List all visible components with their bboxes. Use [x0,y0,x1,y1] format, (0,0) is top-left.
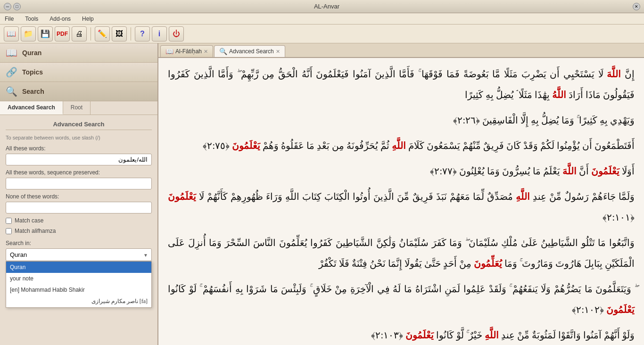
content-wrapper: إِنَّ اللَّهَ لَا يَسْتَحْيِي أَن يَضْرِ… [158,58,644,345]
none-input[interactable] [6,202,152,214]
all-words-label: All these words: [6,145,152,152]
verse-6: وَلَوْ أَنَّهُمْ آمَنُوا وَاتَّقَوْا لَم… [168,325,635,345]
yalamoon-4: يُعَلِّمُونَ [474,258,502,269]
menubar: File Tools Add-ons Help [0,13,644,25]
nav-topics[interactable]: 🔗 Topics [0,63,157,82]
verse-1b: وَيَهْدِي بِهِ كَثِيرًا ۚ وَمَا يُضِلُّ … [168,110,635,131]
search-in-dropdown-wrapper: Quran your note [en] Mohammad Habib Shak… [6,248,152,261]
sub-tabs: Advanced Search Root [0,101,157,115]
match-alifhamza-label: Match alifhamza [15,228,56,234]
image-button[interactable]: 🖼 [112,26,127,41]
verse-1: إِنَّ اللَّهَ لَا يَسْتَحْيِي أَن يَضْرِ… [168,64,635,105]
allah-highlight-3: اللَّهِ [392,140,406,151]
tab-advanced-search[interactable]: Advanced Search [0,101,63,115]
search-hint: To separate between words, use slash (/) [6,135,152,140]
maximize-button[interactable]: □ [13,3,21,10]
right-tabs: 📖 Al-Fātiḥah ✕ 🔍 Advanced Search ✕ [158,43,644,58]
power-button[interactable]: ⏻ [169,26,184,41]
allah-highlight-2: اللَّهُ [552,90,566,100]
pdf-button[interactable]: PDF [55,26,70,41]
search-in-select[interactable]: Quran your note [en] Mohammad Habib Shak… [6,248,152,261]
allah-highlight-1: اللَّهَ [607,69,621,79]
allah-highlight-5: اللَّهِ [516,191,530,202]
option-fa-nasir[interactable]: [fa] ناصر مکارم شیرازی [6,296,151,307]
topics-icon: 🔗 [6,66,17,78]
menu-tools[interactable]: Tools [22,15,41,23]
search-panel: Advanced Search To separate between word… [0,115,157,345]
allah-highlight-6: اللَّهِ [485,330,499,340]
pen-button[interactable]: ✏️ [95,26,110,41]
nav-search[interactable]: 🔍 Search [0,82,157,101]
yalamoon-5: يَعْلَمُونَ [606,304,635,315]
tab-advanced-search-label: Advanced Search [229,48,274,55]
search-in-popup: Quran your note [en] Mohammad Habib Shak… [6,261,152,308]
app-title: AL-Anvar [21,3,633,10]
info-button[interactable]: i [152,26,167,41]
verse-5b: ۖ وَيَتَعَلَّمُونَ مَا يَضُرُّهُمْ وَلَا… [168,279,635,320]
nav-search-label: Search [22,88,44,95]
yalamoon-1: يَعْلَمُونَ [232,140,260,151]
nav-quran-label: Quran [22,49,41,57]
match-case-label: Match case [15,217,43,224]
tab-fatiha-icon: 📖 [165,48,173,55]
quran-icon: 📖 [6,47,17,58]
yalamoon-6: يَعْلَمُونَ [405,330,434,340]
help-button[interactable]: ? [135,26,150,41]
match-alifhamza-row: Match alifhamza [6,228,152,234]
search-in-label: Search in: [6,240,152,246]
option-en-shakir[interactable]: [en] Mohammad Habib Shakir [6,284,151,296]
tab-advanced-search-right[interactable]: 🔍 Advanced Search ✕ [214,45,285,57]
tab-advanced-search-close[interactable]: ✕ [276,49,280,55]
search-nav-icon: 🔍 [6,86,17,97]
match-case-row: Match case [6,217,152,224]
save-button[interactable]: 💾 [38,26,53,41]
toolbar: 📖 📁 💾 PDF 🖨 ✏️ 🖼 ? i ⏻ [0,25,644,43]
sequence-input[interactable] [6,178,152,189]
verse-4: وَلَمَّا جَاءَهُمْ رَسُولٌ مِّنْ عِندِ ا… [168,186,635,228]
right-panel: 📖 Al-Fātiḥah ✕ 🔍 Advanced Search ✕ إِنَّ… [158,43,644,345]
close-button[interactable]: ✕ [633,3,640,10]
option-quran[interactable]: Quran [6,262,151,273]
yalamoon-2: يَعْلَمُونَ [591,166,619,176]
main-layout: 📖 Quran 🔗 Topics 🔍 Search Advanced Searc… [0,43,644,345]
toolbar-separator-1 [91,27,91,41]
menu-help[interactable]: Help [79,15,97,23]
nav-topics-label: Topics [22,68,43,76]
search-panel-title: Advanced Search [6,121,152,130]
folder-button[interactable]: 📁 [21,26,36,41]
titlebar: ─ □ AL-Anvar ✕ [0,0,644,13]
verse-5: وَاتَّبَعُوا مَا تَتْلُو الشَّيَاطِينُ ع… [168,232,635,274]
quran-content[interactable]: إِنَّ اللَّهَ لَا يَسْتَحْيِي أَن يَضْرِ… [158,58,644,345]
all-words-input[interactable] [6,154,152,165]
yalamoon-3: يَعْلَمُونَ [168,191,196,202]
print-button[interactable]: 🖨 [72,26,87,41]
verse-3: أَوَلَا يَعْلَمُونَ أَنَّ اللَّهَ يَعْلَ… [168,161,635,181]
verse-2: أَفَتَطْمَعُونَ أَن يُؤْمِنُوا لَكُمْ وَ… [168,135,635,156]
minimize-button[interactable]: ─ [4,3,11,10]
match-case-checkbox[interactable] [6,218,12,224]
nav-quran[interactable]: 📖 Quran [0,43,157,63]
tab-fatiha-label: Al-Fātiḥah [175,48,202,55]
left-panel: 📖 Quran 🔗 Topics 🔍 Search Advanced Searc… [0,43,158,345]
tab-fatiha[interactable]: 📖 Al-Fātiḥah ✕ [160,45,213,57]
tab-fatiha-close[interactable]: ✕ [204,49,208,55]
toolbar-separator-2 [131,27,131,41]
tab-search-icon: 🔍 [219,48,227,55]
option-your-note[interactable]: your note [6,273,151,284]
menu-file[interactable]: File [2,15,17,23]
open-book-button[interactable]: 📖 [4,26,19,41]
match-alifhamza-checkbox[interactable] [6,228,12,234]
menu-addons[interactable]: Add-ons [47,15,74,23]
tab-root[interactable]: Root [63,101,91,115]
none-label: None of these words: [6,193,152,200]
allah-highlight-4: اللَّهَ [562,166,577,176]
sequence-label: All these words, sequence preserved: [6,169,152,176]
